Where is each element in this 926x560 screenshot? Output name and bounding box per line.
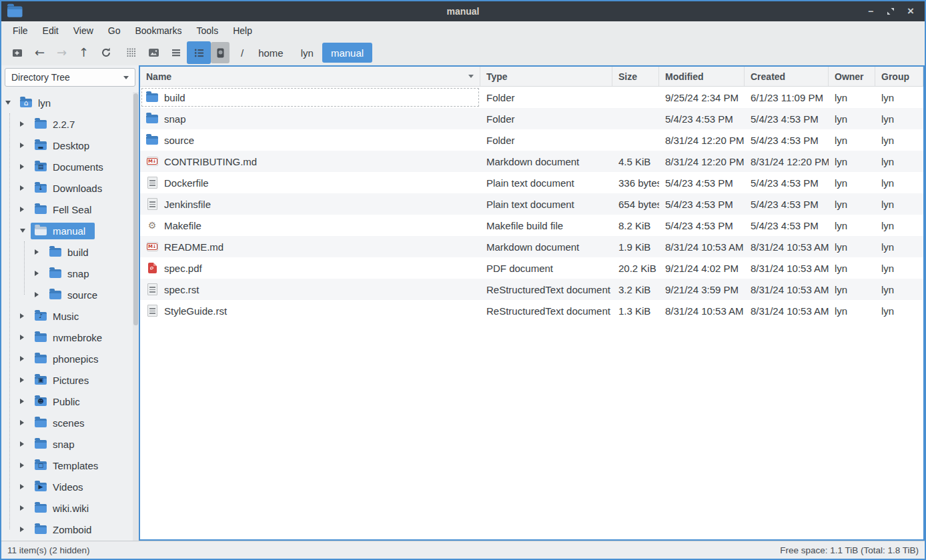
breadcrumb-lyn[interactable]: lyn bbox=[292, 43, 322, 63]
column-header-type[interactable]: Type bbox=[480, 67, 612, 86]
file-row-contributing.md[interactable]: M↓CONTRIBUTING.mdMarkdown document4.5 Ki… bbox=[140, 151, 923, 172]
expander-icon[interactable] bbox=[35, 249, 39, 255]
file-row-styleguide.rst[interactable]: StyleGuide.rstReStructuredText document1… bbox=[140, 300, 923, 321]
expander-icon[interactable] bbox=[20, 121, 24, 127]
breadcrumb-root[interactable]: / bbox=[235, 43, 250, 63]
tree-item-templates[interactable]: ▢Templates bbox=[1, 455, 133, 476]
file-list[interactable]: buildFolder9/25/24 2:34 PM6/1/23 11:09 P… bbox=[140, 87, 923, 539]
menubar: FileEditViewGoBookmarksToolsHelp bbox=[1, 21, 925, 40]
forward-button[interactable]: → bbox=[51, 43, 73, 63]
file-row-source[interactable]: sourceFolder8/31/24 12:20 PM5/4/23 4:53 … bbox=[140, 129, 923, 151]
file-row-makefile[interactable]: ⚙MakefileMakefile build file8.2 KiB5/4/2… bbox=[140, 215, 923, 236]
expander-icon[interactable] bbox=[20, 313, 24, 319]
column-header-name[interactable]: Name bbox=[140, 67, 480, 86]
tree-item-build[interactable]: build bbox=[1, 241, 133, 263]
expander-icon[interactable] bbox=[20, 441, 24, 447]
tree-item-nvmebroke[interactable]: nvmebroke bbox=[1, 327, 133, 348]
tree-item-source[interactable]: source bbox=[1, 284, 133, 305]
cell-modified: 8/31/24 12:20 PM bbox=[659, 151, 745, 172]
tree-item-downloads[interactable]: ↓Downloads bbox=[1, 177, 133, 199]
column-header-created[interactable]: Created bbox=[745, 67, 829, 86]
expander-icon[interactable] bbox=[20, 527, 24, 532]
back-button[interactable]: ← bbox=[29, 43, 51, 63]
expander-icon[interactable] bbox=[35, 292, 39, 297]
tree-item-lyn[interactable]: ⌂lyn bbox=[1, 92, 133, 113]
expander-icon[interactable] bbox=[20, 356, 24, 361]
tree-item-public[interactable]: ☻Public bbox=[1, 391, 133, 412]
expander-icon[interactable] bbox=[35, 271, 39, 276]
expander-icon[interactable] bbox=[20, 463, 24, 468]
thumbnail-view-button[interactable] bbox=[143, 43, 165, 63]
cell-group: lyn bbox=[875, 236, 923, 257]
tree-item-label: phonepics bbox=[53, 353, 98, 365]
tree-item-snap[interactable]: snap bbox=[1, 263, 133, 284]
expander-icon[interactable] bbox=[20, 420, 24, 425]
file-row-readme.md[interactable]: M↓README.mdMarkdown document1.9 KiB8/31/… bbox=[140, 236, 923, 257]
file-row-spec.pdf[interactable]: spec.pdfPDF document20.2 KiB9/21/24 4:02… bbox=[140, 257, 923, 279]
column-header-owner[interactable]: Owner bbox=[829, 67, 875, 86]
tree-item-documents[interactable]: ▤Documents bbox=[1, 156, 133, 177]
column-header-size[interactable]: Size bbox=[612, 67, 659, 86]
text-icon bbox=[146, 283, 158, 295]
tree-item-videos[interactable]: ▶Videos bbox=[1, 476, 133, 497]
expander-icon[interactable] bbox=[5, 101, 11, 105]
expander-icon[interactable] bbox=[20, 505, 24, 511]
tree-item-pictures[interactable]: ▣Pictures bbox=[1, 369, 133, 391]
file-row-jenkinsfile[interactable]: JenkinsfilePlain text document654 bytes5… bbox=[140, 193, 923, 215]
sidebar-scrollbar[interactable] bbox=[133, 92, 139, 541]
menu-view[interactable]: View bbox=[66, 21, 101, 40]
icon-view-button[interactable] bbox=[121, 43, 143, 63]
tree-item-manual[interactable]: manual bbox=[1, 220, 133, 241]
detailed-list-view-button[interactable] bbox=[187, 41, 211, 64]
minimize-button[interactable]: − bbox=[863, 3, 878, 19]
tree-item-wiki.wiki[interactable]: wiki.wiki bbox=[1, 497, 133, 519]
menu-tools[interactable]: Tools bbox=[189, 21, 226, 40]
tree-item-2.2.7[interactable]: 2.2.7 bbox=[1, 113, 133, 135]
tree-item-music[interactable]: ♪Music bbox=[1, 305, 133, 327]
file-row-snap[interactable]: snapFolder5/4/23 4:53 PM5/4/23 4:53 PMly… bbox=[140, 108, 923, 129]
expander-icon[interactable] bbox=[20, 164, 24, 169]
tree-item-zomboid[interactable]: Zomboid bbox=[1, 519, 133, 540]
breadcrumb-home[interactable]: home bbox=[250, 43, 292, 63]
cell-modified: 5/4/23 4:53 PM bbox=[659, 215, 745, 236]
path-breadcrumbs: /homelynmanual bbox=[235, 43, 372, 63]
expander-icon[interactable] bbox=[20, 335, 24, 340]
tree-item-snap[interactable]: snap bbox=[1, 433, 133, 455]
menu-go[interactable]: Go bbox=[101, 21, 128, 40]
sidebar-scrollbar-thumb[interactable] bbox=[133, 93, 138, 325]
expander-icon[interactable] bbox=[20, 377, 24, 383]
folder-icon: ↓ bbox=[35, 184, 47, 193]
detailed-list-view-icon bbox=[193, 47, 205, 59]
sidebar-mode-select[interactable]: Directory Tree bbox=[5, 68, 135, 87]
file-row-dockerfile[interactable]: DockerfilePlain text document336 bytes5/… bbox=[140, 172, 923, 193]
file-row-spec.rst[interactable]: spec.rstReStructuredText document3.2 KiB… bbox=[140, 279, 923, 300]
menu-file[interactable]: File bbox=[5, 21, 35, 40]
tree-item-phonepics[interactable]: phonepics bbox=[1, 348, 133, 369]
menu-help[interactable]: Help bbox=[225, 21, 260, 40]
tree-item-desktop[interactable]: ▂Desktop bbox=[1, 135, 133, 156]
expander-icon[interactable] bbox=[20, 185, 24, 191]
reload-button[interactable] bbox=[95, 43, 117, 63]
tree-item-label: Zomboid bbox=[53, 524, 91, 535]
column-label: Name bbox=[146, 71, 171, 82]
expander-icon[interactable] bbox=[20, 143, 24, 148]
expander-icon[interactable] bbox=[20, 484, 24, 489]
menu-edit[interactable]: Edit bbox=[35, 21, 66, 40]
expander-icon[interactable] bbox=[20, 229, 25, 233]
restore-button[interactable] bbox=[883, 3, 898, 19]
menu-bookmarks[interactable]: Bookmarks bbox=[127, 21, 189, 40]
file-row-build[interactable]: buildFolder9/25/24 2:34 PM6/1/23 11:09 P… bbox=[140, 87, 923, 108]
new-tab-button[interactable] bbox=[7, 43, 29, 63]
column-header-modified[interactable]: Modified bbox=[659, 67, 745, 86]
tree-item-scenes[interactable]: scenes bbox=[1, 412, 133, 433]
expander-icon[interactable] bbox=[20, 399, 24, 404]
titlebar[interactable]: manual −× bbox=[1, 1, 925, 21]
compact-view-button[interactable] bbox=[165, 43, 187, 63]
column-header-group[interactable]: Group bbox=[875, 67, 923, 86]
expander-icon[interactable] bbox=[20, 207, 24, 212]
search-toggle-button[interactable] bbox=[211, 42, 229, 63]
up-button[interactable]: ↑ bbox=[73, 43, 95, 63]
breadcrumb-manual[interactable]: manual bbox=[322, 43, 372, 63]
tree-item-fell-seal[interactable]: Fell Seal bbox=[1, 199, 133, 220]
close-button[interactable]: × bbox=[903, 3, 918, 19]
